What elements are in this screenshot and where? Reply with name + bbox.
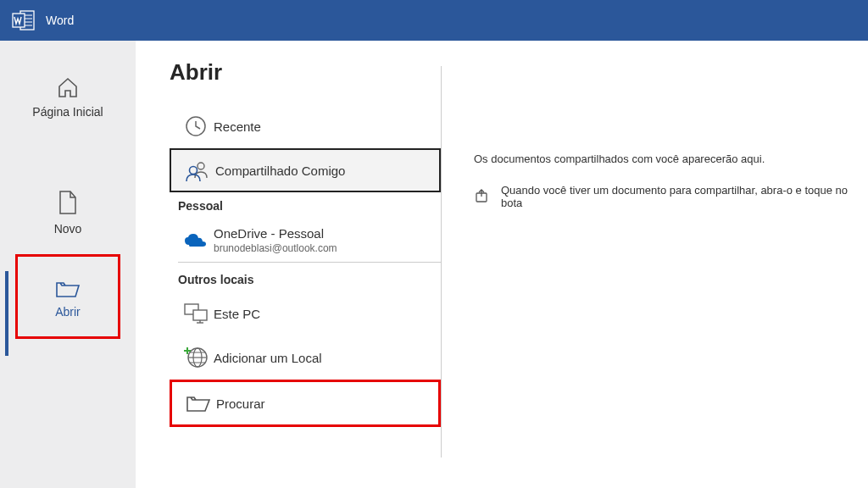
onedrive-label: OneDrive - Pessoal (214, 226, 337, 241)
globe-plus-icon (178, 346, 214, 369)
open-locations-column: Abrir Recente Compartilhado Comigo Pesso… (136, 41, 441, 488)
location-shared-label: Compartilhado Comigo (215, 164, 345, 178)
nav-open-label: Abrir (55, 305, 81, 319)
nav-home[interactable]: Página Inicial (0, 64, 136, 134)
location-browse[interactable]: Procurar (170, 380, 441, 427)
folder-browse-icon (181, 393, 216, 413)
divider (178, 262, 441, 263)
shared-empty-message: Os documentos compartilhados com você ap… (474, 152, 868, 165)
open-heading: Abrir (170, 59, 441, 86)
location-shared-with-me[interactable]: Compartilhado Comigo (170, 148, 441, 192)
clock-icon (178, 114, 214, 138)
section-other: Outros locais (170, 266, 441, 291)
open-content-column: Os documentos compartilhados com você ap… (442, 41, 868, 488)
document-icon (58, 190, 78, 215)
app-title: Word (46, 14, 74, 27)
browse-label: Procurar (216, 396, 265, 411)
share-icon (474, 188, 489, 206)
titlebar: Word (0, 0, 868, 41)
pc-icon (178, 302, 214, 324)
svg-point-8 (190, 167, 198, 175)
onedrive-email: brunodeblasi@outlook.com (214, 242, 337, 254)
word-icon (12, 10, 36, 30)
nav-home-label: Página Inicial (32, 105, 103, 119)
left-nav: Página Inicial Novo Abrir (0, 41, 136, 488)
nav-new[interactable]: Novo (0, 178, 136, 251)
nav-open[interactable]: Abrir (0, 266, 136, 334)
svg-rect-10 (193, 310, 207, 320)
thispc-label: Este PC (214, 307, 260, 321)
svg-point-7 (198, 163, 204, 169)
home-icon (56, 76, 80, 98)
addplace-label: Adicionar um Local (214, 351, 322, 365)
location-thispc[interactable]: Este PC (170, 291, 441, 336)
share-instruction-text: Quando você tiver um documento para comp… (501, 184, 868, 209)
location-recent-label: Recente (214, 119, 261, 134)
nav-new-label: Novo (54, 222, 82, 236)
folder-open-icon (55, 278, 81, 298)
people-icon (180, 159, 215, 181)
onedrive-icon (178, 231, 214, 248)
share-instruction: Quando você tiver um documento para comp… (474, 184, 868, 209)
section-personal: Pessoal (170, 192, 441, 218)
location-onedrive[interactable]: OneDrive - Pessoal brunodeblasi@outlook.… (170, 218, 441, 262)
location-add-place[interactable]: Adicionar um Local (170, 336, 441, 380)
location-recent[interactable]: Recente (170, 104, 441, 148)
